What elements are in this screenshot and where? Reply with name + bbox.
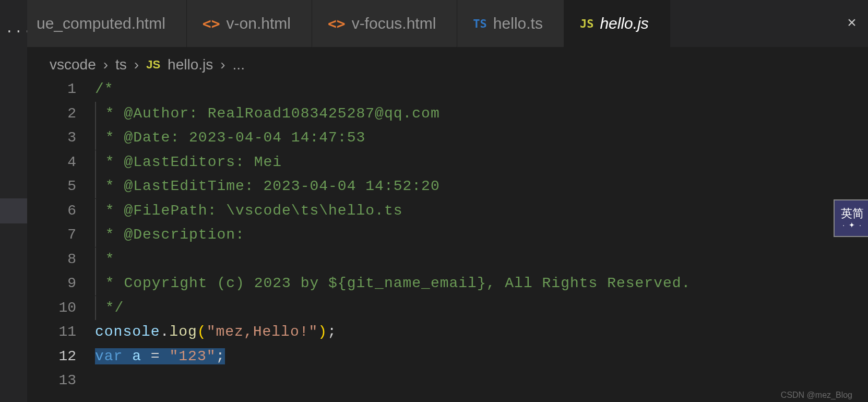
- comment: * @LastEditTime: 2023-04-04 14:52:20: [96, 178, 440, 194]
- token-function: log: [169, 324, 197, 340]
- line-number: 1: [27, 77, 95, 102]
- token-string: "mez,Hello!": [207, 324, 318, 340]
- tab-label: v-on.html: [227, 15, 291, 32]
- token-punc: .: [160, 324, 170, 340]
- comment: * @FilePath: \vscode\ts\hello.ts: [96, 203, 403, 219]
- line-number: 7: [27, 223, 95, 247]
- tab-hello-ts[interactable]: TS hello.ts: [457, 0, 564, 47]
- token-paren: (: [197, 324, 207, 340]
- comment: * @LastEditors: Mei: [96, 154, 282, 170]
- token-punc: ;: [327, 324, 337, 340]
- tabs-row: ue_computed.html <> v-on.html <> v-focus…: [27, 0, 868, 47]
- line-number: 13: [27, 369, 95, 393]
- html-icon: <>: [203, 15, 220, 32]
- comment: * @Date: 2023-04-04 14:47:53: [96, 129, 365, 146]
- tab-v-focus[interactable]: <> v-focus.html: [312, 0, 457, 47]
- breadcrumb-trailing[interactable]: ...: [233, 56, 245, 73]
- line-number: 4: [27, 150, 95, 175]
- line-number: 6: [27, 199, 95, 223]
- line-number: 10: [27, 296, 95, 321]
- ts-icon: TS: [473, 17, 487, 30]
- comment: /*: [95, 81, 114, 97]
- chevron-right-icon: ›: [103, 56, 108, 73]
- watermark: CSDN @mez_Blog: [781, 391, 852, 400]
- token-string: "123": [169, 348, 216, 364]
- activity-bar: ...: [0, 0, 27, 402]
- tab-label: hello.js: [600, 15, 648, 32]
- comment: */: [96, 300, 124, 316]
- line-number: 2: [27, 102, 95, 126]
- line-number: 5: [27, 174, 95, 199]
- code-line: 3 * @Date: 2023-04-04 14:47:53: [27, 126, 868, 150]
- breadcrumb[interactable]: vscode › ts › JS hello.js › ...: [50, 52, 245, 77]
- code-line: 7 * @Description:: [27, 223, 868, 247]
- code-line: 1/*: [27, 77, 868, 102]
- line-number: 3: [27, 126, 95, 150]
- close-tab-button[interactable]: ×: [841, 0, 863, 47]
- token-identifier: console: [95, 324, 160, 340]
- code-line: 11console.log("mez,Hello!");: [27, 320, 868, 345]
- token-punc: ;: [216, 348, 225, 364]
- chevron-right-icon: ›: [134, 56, 139, 73]
- code-line: 12var a = "123";: [27, 345, 868, 369]
- js-icon: JS: [580, 17, 594, 30]
- tab-hello-js[interactable]: JS hello.js: [564, 0, 670, 47]
- breadcrumb-part[interactable]: ts: [115, 56, 127, 73]
- code-line: 10 */: [27, 296, 868, 321]
- html-icon: <>: [328, 15, 346, 32]
- line-number: 12: [27, 345, 95, 369]
- comment: * Copyright (c) 2023 by ${git_name_email…: [96, 275, 700, 291]
- code-line: 13: [27, 369, 868, 393]
- line-number: 9: [27, 271, 95, 296]
- line-number: 11: [27, 320, 95, 345]
- sidebar-marker: [0, 198, 27, 223]
- token-space: [123, 348, 132, 364]
- comment: * @Author: RealRoad1083425287@qq.com: [96, 105, 440, 122]
- tab-label: hello.ts: [493, 15, 543, 32]
- breadcrumb-file[interactable]: hello.js: [168, 56, 213, 73]
- code-line: 8 *: [27, 247, 868, 272]
- js-icon: JS: [146, 58, 160, 72]
- ime-widget[interactable]: 英简 · ✦ ·: [834, 199, 868, 237]
- ime-text: 英简: [841, 208, 864, 219]
- comment: *: [96, 251, 124, 267]
- tab-label: v-focus.html: [352, 15, 436, 32]
- code-line: 9 * Copyright (c) 2023 by ${git_name_ema…: [27, 271, 868, 296]
- tab-label: ue_computed.html: [37, 15, 165, 32]
- token-paren: ): [318, 324, 327, 340]
- comment: * @Description:: [96, 227, 254, 243]
- token-identifier: a: [132, 348, 141, 364]
- ime-sub: · ✦ ·: [842, 221, 862, 229]
- code-line: 2 * @Author: RealRoad1083425287@qq.com: [27, 102, 868, 126]
- line-number: 8: [27, 247, 95, 272]
- chevron-right-icon: ›: [220, 56, 225, 73]
- tab-v-on[interactable]: <> v-on.html: [187, 0, 312, 47]
- code-line: 5 * @LastEditTime: 2023-04-04 14:52:20: [27, 174, 868, 199]
- code-line: 6 * @FilePath: \vscode\ts\hello.ts: [27, 199, 868, 223]
- tab-ue-computed[interactable]: ue_computed.html: [27, 0, 187, 47]
- token-op: =: [141, 348, 169, 364]
- code-line: 4 * @LastEditors: Mei: [27, 150, 868, 175]
- code-editor[interactable]: 1/* 2 * @Author: RealRoad1083425287@qq.c…: [27, 77, 868, 402]
- token-keyword: var: [95, 348, 123, 364]
- breadcrumb-part[interactable]: vscode: [50, 56, 96, 73]
